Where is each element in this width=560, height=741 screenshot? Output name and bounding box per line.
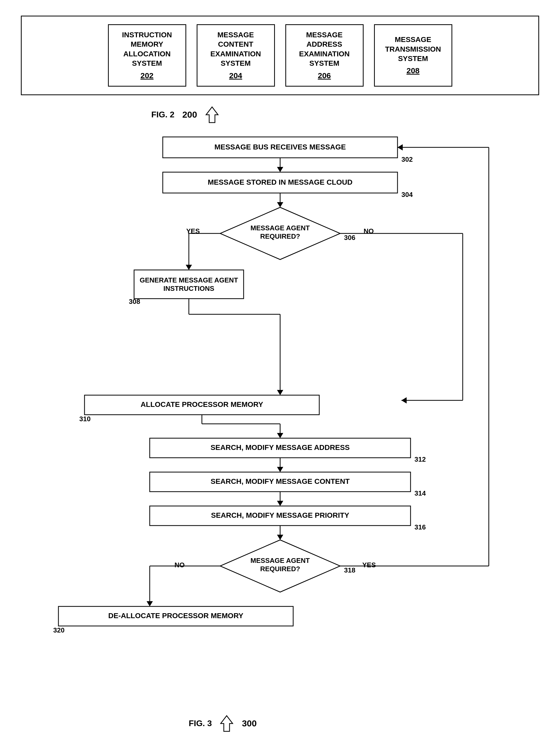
sys202-number: 202 xyxy=(140,70,153,81)
sys206-number: 206 xyxy=(318,70,331,81)
yes-label-318: YES xyxy=(362,561,376,569)
fig3-flowchart: MESSAGE BUS RECEIVES MESSAGE 302 MESSAGE… xyxy=(32,132,528,705)
svg-rect-14 xyxy=(134,270,243,298)
step314-text: SEARCH, MODIFY MESSAGE CONTENT xyxy=(210,477,350,485)
sys204-text: MESSAGECONTENTEXAMINATIONSYSTEM xyxy=(210,30,261,68)
svg-marker-41 xyxy=(221,716,233,731)
svg-marker-0 xyxy=(206,107,218,123)
svg-marker-29 xyxy=(277,501,283,506)
fig3-container: MESSAGE BUS RECEIVES MESSAGE 302 MESSAGE… xyxy=(32,132,528,733)
step304-num: 304 xyxy=(402,191,413,199)
step308-text1: GENERATE MESSAGE AGENT xyxy=(140,276,238,284)
step310-num: 310 xyxy=(79,415,90,423)
fig3-label-row: FIG. 3 300 xyxy=(189,715,528,733)
svg-marker-26 xyxy=(277,467,283,472)
step320-num: 320 xyxy=(53,626,64,634)
system-204: MESSAGECONTENTEXAMINATIONSYSTEM 204 xyxy=(197,24,275,86)
sys208-text: MESSAGETRANSMISSIONSYSTEM xyxy=(385,35,441,63)
step312-text: SEARCH, MODIFY MESSAGE ADDRESS xyxy=(210,444,350,452)
sys204-number: 204 xyxy=(229,70,242,81)
svg-marker-17 xyxy=(277,390,283,395)
step310-text: ALLOCATE PROCESSOR MEMORY xyxy=(141,400,263,408)
fig2-label-row: FIG. 2 200 xyxy=(151,106,539,124)
step306-text2: REQUIRED? xyxy=(260,232,300,240)
step308-num: 308 xyxy=(129,297,140,306)
step318-text1: MESSAGE AGENT xyxy=(251,557,309,564)
step316-num: 316 xyxy=(414,523,426,531)
svg-marker-9 xyxy=(186,265,192,270)
fig2-arrow-up-icon xyxy=(205,106,219,124)
svg-marker-23 xyxy=(277,433,283,438)
svg-marker-32 xyxy=(277,535,283,540)
fig3-caption: FIG. 3 xyxy=(189,719,212,728)
step308-text2: INSTRUCTIONS xyxy=(163,284,214,292)
sys202-text: INSTRUCTIONMEMORYALLOCATIONSYSTEM xyxy=(122,30,172,68)
sys206-text: MESSAGEADDRESSEXAMINATIONSYSTEM xyxy=(299,30,350,68)
step306-text1: MESSAGE AGENT xyxy=(251,224,309,232)
system-202: INSTRUCTIONMEMORYALLOCATIONSYSTEM 202 xyxy=(108,24,186,86)
step320-text: DE-ALLOCATE PROCESSOR MEMORY xyxy=(108,612,243,620)
fig2-outer-border: INSTRUCTIONMEMORYALLOCATIONSYSTEM 202 ME… xyxy=(21,16,539,95)
fig3-number: 300 xyxy=(242,718,257,729)
fig2-number: 200 xyxy=(182,110,197,120)
step318-text2: REQUIRED? xyxy=(260,565,300,573)
step314-num: 314 xyxy=(414,489,426,497)
step318-num: 318 xyxy=(344,566,355,574)
system-206: MESSAGEADDRESSEXAMINATIONSYSTEM 206 xyxy=(285,24,364,86)
step306-num: 306 xyxy=(344,234,355,242)
step302-text: MESSAGE BUS RECEIVES MESSAGE xyxy=(214,143,346,151)
svg-marker-6 xyxy=(277,202,283,207)
sys208-number: 208 xyxy=(406,65,419,76)
step302-num: 302 xyxy=(402,155,413,163)
no-label-318: NO xyxy=(174,561,185,569)
svg-marker-3 xyxy=(277,167,283,172)
step316-text: SEARCH, MODIFY MESSAGE PRIORITY xyxy=(211,511,349,519)
step312-num: 312 xyxy=(414,455,426,463)
svg-marker-39 xyxy=(147,601,153,606)
fig2-caption: FIG. 2 xyxy=(151,110,174,120)
step304-text: MESSAGE STORED IN MESSAGE CLOUD xyxy=(208,178,352,186)
fig3-arrow-up-icon xyxy=(220,715,234,733)
system-208: MESSAGETRANSMISSIONSYSTEM 208 xyxy=(374,24,452,86)
